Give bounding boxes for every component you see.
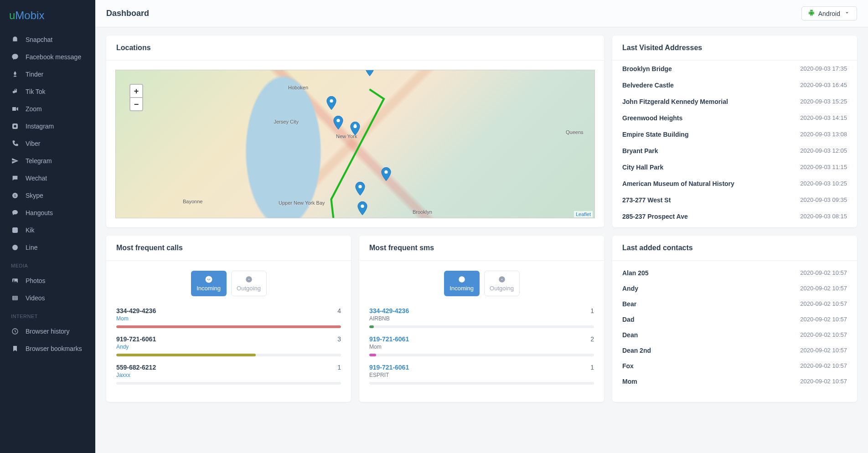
calls-title: Most frequent calls (106, 236, 351, 261)
sidebar-item-telegram[interactable]: Telegram (0, 152, 95, 170)
map-marker[interactable] (357, 201, 367, 215)
sidebar-item-line[interactable]: Line (0, 239, 95, 256)
freq-phone[interactable]: 919-721-6061 (369, 335, 409, 343)
freq-name[interactable]: Andy (116, 344, 156, 350)
freq-count: 1 (590, 364, 594, 371)
tab-outgoing-sms[interactable]: Outgoing (484, 271, 520, 296)
address-row[interactable]: Brooklyn Bridge2020-09-03 17:35 (612, 61, 857, 77)
sidebar-item-photos[interactable]: Photos (0, 272, 95, 289)
map-marker[interactable] (333, 116, 343, 129)
flame-icon (11, 70, 19, 78)
addresses-title: Last Visited Addresses (612, 36, 857, 61)
tab-outgoing[interactable]: Outgoing (231, 271, 267, 296)
map-marker[interactable] (365, 70, 375, 76)
freq-phone[interactable]: 919-721-6061 (369, 364, 409, 371)
bubble-icon (11, 209, 19, 217)
map[interactable]: + − 2 Hoboken Jersey City New York Brook… (115, 70, 595, 218)
sidebar-item-instagram[interactable]: Instagram (0, 118, 95, 135)
freq-count: 1 (590, 307, 594, 314)
nav-label: Hangouts (26, 209, 53, 216)
download-icon (205, 275, 213, 283)
contact-time: 2020-09-02 10:57 (800, 285, 847, 292)
address-row[interactable]: 273-277 West St2020-09-03 09:35 (612, 192, 857, 208)
address-row[interactable]: Greenwood Heights2020-09-03 14:15 (612, 110, 857, 126)
contact-row[interactable]: Fox2020-09-02 10:57 (612, 358, 857, 374)
svg-point-2 (16, 124, 17, 125)
address-row[interactable]: John Fitzgerald Kennedy Memorial2020-09-… (612, 93, 857, 110)
frequent-item: 334-429-4236Mom4 (116, 307, 341, 328)
platform-label: Android (818, 10, 840, 17)
sidebar-item-facebook-message[interactable]: Facebook message (0, 48, 95, 66)
contact-name: Mom (622, 378, 637, 385)
platform-selector[interactable]: Android (801, 6, 857, 21)
sidebar-item-tik-tok[interactable]: Tik Tok (0, 83, 95, 100)
contact-row[interactable]: Dad2020-09-02 10:57 (612, 312, 857, 327)
frequent-item: 919-721-6061ESPRIT1 (369, 364, 594, 385)
freq-phone[interactable]: 334-429-4236 (369, 307, 409, 314)
nav-label: Snapchat (26, 36, 52, 43)
contact-row[interactable]: Mom2020-09-02 10:57 (612, 374, 857, 389)
freq-phone: 334-429-4236 (116, 307, 156, 314)
map-marker[interactable] (355, 182, 365, 196)
tab-incoming-sms[interactable]: Incoming (444, 271, 480, 296)
sidebar-item-hangouts[interactable]: Hangouts (0, 204, 95, 221)
svg-text:S: S (14, 194, 16, 198)
sidebar-item-browser-bookmarks[interactable]: Browser bookmarks (0, 340, 95, 357)
calls-card: Most frequent calls Incoming Outgoing 33… (106, 236, 351, 402)
address-name: Brooklyn Bridge (622, 65, 800, 72)
address-row[interactable]: American Museum of Natural History2020-0… (612, 175, 857, 192)
address-time: 2020-09-03 12:05 (800, 147, 847, 154)
contact-row[interactable]: Alan 2052020-09-02 10:57 (612, 265, 857, 281)
sidebar-item-viber[interactable]: Viber (0, 135, 95, 152)
page-title: Dashboard (106, 9, 149, 18)
sidebar-item-browser-history[interactable]: Browser history (0, 323, 95, 340)
nav-label: Facebook message (26, 53, 81, 61)
address-row[interactable]: Empire State Building2020-09-03 13:08 (612, 126, 857, 143)
freq-name[interactable]: Jaxxx (116, 372, 156, 378)
map-marker[interactable] (381, 167, 391, 181)
address-row[interactable]: City Hall Park2020-09-03 11:15 (612, 159, 857, 175)
android-icon (808, 10, 815, 17)
sidebar-item-tinder[interactable]: Tinder (0, 66, 95, 83)
sidebar-item-kik[interactable]: Kik (0, 221, 95, 239)
address-row[interactable]: 285-237 Prospect Ave2020-09-03 08:15 (612, 208, 857, 225)
zoom-out-button[interactable]: − (129, 98, 143, 111)
sidebar-item-videos[interactable]: Videos (0, 289, 95, 307)
nav-label: Telegram (26, 157, 52, 165)
contact-row[interactable]: Dean2020-09-02 10:57 (612, 327, 857, 343)
freq-name[interactable]: Mom (116, 315, 156, 322)
map-marker[interactable]: 2 (350, 122, 360, 135)
logo-mobix: Mobix (15, 9, 44, 21)
phone-icon (11, 139, 19, 148)
topbar: Dashboard Android (95, 0, 868, 27)
contact-row[interactable]: Dean 2nd2020-09-02 10:57 (612, 343, 857, 358)
chat-icon (11, 174, 19, 182)
sidebar-item-skype[interactable]: SSkype (0, 187, 95, 204)
freq-bar (116, 325, 341, 328)
contact-row[interactable]: Bear2020-09-02 10:57 (612, 296, 857, 312)
logo[interactable]: uMobix (0, 9, 95, 31)
address-row[interactable]: Belvedere Castle2020-09-03 16:45 (612, 77, 857, 93)
freq-count: 3 (337, 335, 341, 343)
sidebar-item-zoom[interactable]: Zoom (0, 100, 95, 118)
map-attribution[interactable]: Leaflet (574, 211, 593, 217)
map-marker[interactable] (326, 96, 336, 110)
freq-bar (116, 382, 341, 385)
contact-name: Dean (622, 331, 638, 339)
zoom-in-button[interactable]: + (129, 84, 143, 98)
contacts-title: Last added contacts (612, 236, 857, 261)
section-internet: INTERNET (0, 307, 95, 323)
line-icon (11, 243, 19, 252)
logo-u: u (9, 9, 15, 21)
address-row[interactable]: Bryant Park2020-09-03 12:05 (612, 143, 857, 159)
address-name: City Hall Park (622, 164, 800, 171)
addresses-list[interactable]: Brooklyn Bridge2020-09-03 17:35Belvedere… (612, 61, 857, 225)
messenger-icon (11, 53, 19, 61)
tab-incoming-label: Incoming (450, 285, 474, 292)
map-label: Bayonne (183, 199, 202, 204)
tab-incoming[interactable]: Incoming (191, 271, 227, 296)
contact-row[interactable]: Andy2020-09-02 10:57 (612, 281, 857, 296)
address-time: 2020-09-03 09:35 (800, 196, 847, 203)
sidebar-item-snapchat[interactable]: Snapchat (0, 31, 95, 48)
sidebar-item-wechat[interactable]: Wechat (0, 170, 95, 187)
